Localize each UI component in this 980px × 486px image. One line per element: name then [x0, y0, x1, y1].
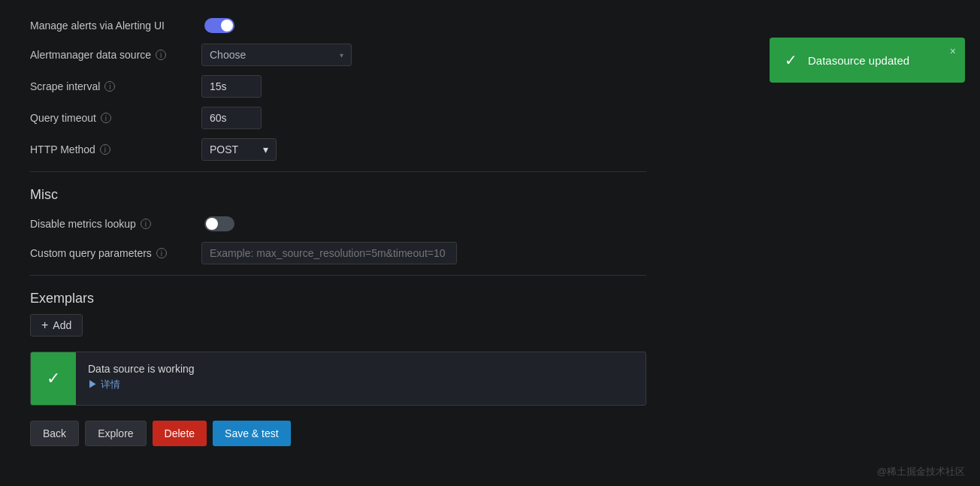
- manage-alerts-label: Manage alerts via Alerting UI: [30, 20, 195, 32]
- misc-section-heading: Misc: [30, 187, 646, 203]
- toast-close-button[interactable]: ×: [950, 45, 956, 57]
- manage-alerts-toggle[interactable]: [204, 18, 234, 33]
- alertmanager-info-icon[interactable]: i: [156, 50, 166, 60]
- toast-message: Datasource updated: [808, 54, 909, 67]
- custom-query-info-icon[interactable]: i: [156, 248, 167, 258]
- query-timeout-row: Query timeout i: [30, 102, 646, 134]
- exemplars-separator: [30, 275, 646, 276]
- manage-alerts-row: Manage alerts via Alerting UI: [30, 12, 646, 39]
- explore-button[interactable]: Explore: [85, 421, 146, 446]
- http-method-text: HTTP Method: [30, 143, 95, 155]
- add-exemplar-label: Add: [53, 319, 71, 331]
- alertmanager-text: Alertmanager data source: [30, 49, 151, 61]
- banner-details-link[interactable]: ▶ 详情: [88, 378, 195, 391]
- save-test-button[interactable]: Save & test: [213, 421, 291, 446]
- exemplars-section-heading: Exemplars: [30, 291, 646, 306]
- add-exemplar-plus-icon: +: [41, 319, 48, 331]
- choose-chevron-icon: ▾: [340, 51, 343, 59]
- query-timeout-text: Query timeout: [30, 112, 96, 124]
- http-method-label: HTTP Method i: [30, 143, 195, 155]
- disable-metrics-row: Disable metrics lookup i: [30, 210, 646, 237]
- banner-title: Data source is working: [88, 363, 195, 375]
- query-timeout-info-icon[interactable]: i: [101, 113, 111, 123]
- alertmanager-label: Alertmanager data source i: [30, 49, 195, 61]
- scrape-interval-info-icon[interactable]: i: [104, 81, 115, 92]
- back-button[interactable]: Back: [30, 421, 79, 446]
- banner-green-section: ✓: [31, 352, 76, 405]
- scrape-interval-text: Scrape interval: [30, 80, 100, 92]
- http-method-info-icon[interactable]: i: [100, 144, 110, 155]
- misc-separator: [30, 171, 646, 172]
- custom-query-text: Custom query parameters: [30, 247, 152, 259]
- http-method-dropdown[interactable]: POST ▾: [201, 138, 277, 161]
- banner-content: Data source is working ▶ 详情: [76, 352, 207, 402]
- delete-button[interactable]: Delete: [153, 421, 207, 446]
- http-method-value-text: POST: [210, 143, 238, 155]
- choose-placeholder-text: Choose: [210, 49, 246, 61]
- page-container: Manage alerts via Alerting UI Alertmanag…: [0, 0, 676, 476]
- query-timeout-label: Query timeout i: [30, 112, 195, 124]
- watermark: @稀土掘金技术社区: [877, 465, 965, 478]
- datasource-status-banner: ✓ Data source is working ▶ 详情: [30, 352, 646, 406]
- scrape-interval-input[interactable]: [201, 75, 262, 98]
- http-method-row: HTTP Method i POST ▾: [30, 134, 646, 165]
- custom-query-row: Custom query parameters i: [30, 237, 646, 269]
- alertmanager-choose-dropdown[interactable]: Choose ▾: [201, 44, 352, 66]
- disable-metrics-toggle[interactable]: [204, 216, 234, 231]
- add-exemplar-button[interactable]: + Add: [30, 314, 83, 337]
- toast-check-icon: ✓: [785, 51, 797, 69]
- alertmanager-row: Alertmanager data source i Choose ▾: [30, 39, 646, 71]
- scrape-interval-label: Scrape interval i: [30, 80, 195, 92]
- disable-metrics-label: Disable metrics lookup i: [30, 218, 195, 230]
- disable-metrics-info-icon[interactable]: i: [141, 219, 151, 229]
- custom-query-input[interactable]: [201, 242, 457, 264]
- custom-query-label: Custom query parameters i: [30, 247, 195, 259]
- banner-check-icon: ✓: [47, 369, 60, 388]
- toast-notification: ✓ Datasource updated ×: [770, 38, 965, 83]
- bottom-buttons-row: Back Explore Delete Save & test: [30, 421, 646, 446]
- disable-metrics-text: Disable metrics lookup: [30, 218, 136, 230]
- scrape-interval-row: Scrape interval i: [30, 71, 646, 102]
- http-method-chevron-icon: ▾: [263, 143, 268, 155]
- query-timeout-input[interactable]: [201, 107, 262, 129]
- manage-alerts-text: Manage alerts via Alerting UI: [30, 20, 165, 32]
